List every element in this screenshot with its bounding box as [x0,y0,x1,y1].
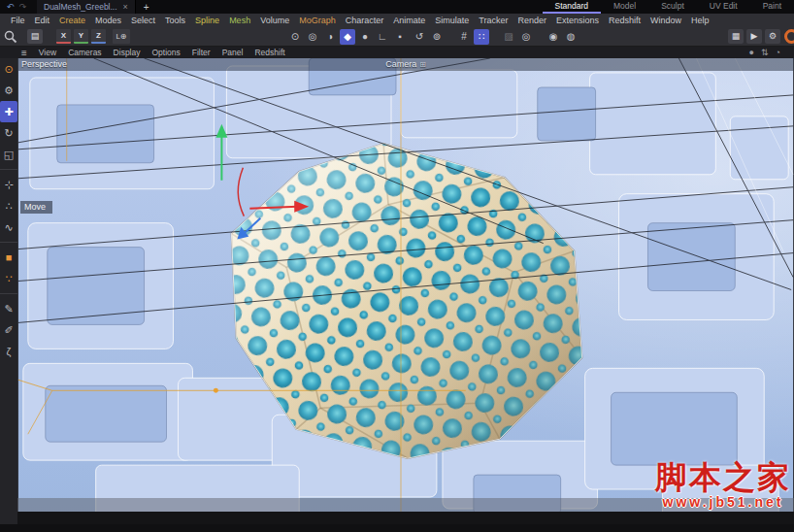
viewport-canvas[interactable]: Perspective Camera⊞ Move 脚本之家 www.jb51.n… [17,58,794,524]
axis-lock-z[interactable]: Z [91,29,106,44]
enable-axis-icon[interactable]: ● [357,29,373,45]
menu-tracker[interactable]: Tracker [474,16,513,25]
menu-character[interactable]: Character [341,16,389,25]
menu-spline[interactable]: Spline [190,16,224,25]
redo-icon[interactable]: ↷ [17,2,29,12]
scale-tool[interactable]: ◱ [0,144,17,165]
toolbar: ▤ XYZ L⊕ ⊙◎◑◆●∟▪ ↺⊚#∷▨◎◉◍ ▦▶⚙ [0,27,794,47]
rotate-tool[interactable]: ↻ [0,122,17,144]
vp-menu-cameras[interactable]: Cameras [62,48,107,57]
render-picture-viewer-icon[interactable]: ▶ [746,29,762,44]
view-label[interactable]: Perspective [21,59,67,69]
layout-tab-sculpt[interactable]: Sculpt [648,0,697,14]
capsule-b-icon[interactable]: ◍ [563,29,579,45]
viewport-menubar: ≡ ViewCamerasDisplayOptionsFilterPanelRe… [0,47,794,58]
document-tab-label: DualMesh_Greebl... [44,2,117,12]
undo-icon[interactable]: ↶ [4,2,17,12]
axis-lock-x[interactable]: X [56,29,71,44]
axis-lock-y[interactable]: Y [74,29,88,44]
axis-corner-icon[interactable]: ∟ [375,29,390,45]
vp-menu-view[interactable]: View [33,48,62,57]
solo-sphere-icon[interactable]: ● [749,48,754,57]
watermark-title: 脚本之家 [655,461,791,493]
texture-mode-icon[interactable]: ◑ [322,29,338,45]
swap-views-icon[interactable]: ⇅ [761,48,769,57]
snap-toggle-icon[interactable]: ∷ [474,29,489,45]
vp-menu-redshift[interactable]: Redshift [248,48,290,57]
knife-tool[interactable]: ✎ [0,298,17,319]
workplane-point[interactable] [214,388,218,393]
vp-menu-panel[interactable]: Panel [216,48,249,57]
workplane-icon[interactable]: ▪ [392,29,408,45]
layout-tab-paint[interactable]: Paint [750,0,794,14]
randomize-tool[interactable]: ∴ [0,195,17,216]
menu-file[interactable]: File [6,16,30,25]
model-mode-icon[interactable]: ◎ [305,29,320,45]
menu-redshift[interactable]: Redshift [604,16,645,25]
menu-simulate[interactable]: Simulate [430,16,474,25]
grid-snap-icon[interactable]: # [456,29,472,45]
workplane-snap-icon[interactable]: ▨ [501,29,516,45]
transform-tool[interactable]: ⊹ [0,174,17,195]
redshift-render-icon[interactable] [784,29,794,44]
make-editable-icon[interactable]: ⊙ [287,29,303,45]
layout-tab-standard[interactable]: Standard [543,0,602,14]
capsule-a-icon[interactable]: ◉ [546,29,561,45]
menu-window[interactable]: Window [645,16,686,25]
live-selection-tool[interactable]: ⊙ [0,58,17,80]
tool-separator [0,289,17,294]
menu-edit[interactable]: Edit [30,16,55,25]
menu-create[interactable]: Create [54,16,90,25]
vp-menu-filter[interactable]: Filter [186,48,216,57]
title-tab-row: ↶ ↷ DualMesh_Greebl... × + StandardModel… [0,0,794,14]
spline-pen-tool[interactable]: ζ [0,341,17,362]
menu-tools[interactable]: Tools [160,16,190,25]
workplane-lock-icon[interactable]: L⊕ [113,29,130,44]
dynamic-guides-icon[interactable]: ◎ [518,29,534,45]
sketch-tool[interactable]: ✐ [0,319,17,341]
tool-separator [0,238,17,243]
view-history-icon[interactable]: ◔ [776,48,780,57]
menu-modes[interactable]: Modes [90,16,126,25]
camera-label[interactable]: Camera⊞ [385,59,426,69]
document-tab[interactable]: DualMesh_Greebl... × [37,0,136,14]
camera-toggle-icon[interactable]: ⊞ [419,60,426,69]
render-icon-group: ▦▶⚙ [728,29,780,44]
rectangle-select-tool[interactable]: ■ [0,247,17,268]
menu-mesh[interactable]: Mesh [224,16,255,25]
polygon-mode-icon[interactable]: ◆ [340,29,355,45]
vp-menu-display[interactable]: Display [108,48,147,57]
frame-selected-icon[interactable]: ▤ [27,29,43,44]
menu-volume[interactable]: Volume [255,16,294,25]
cinema4d-window: ↶ ↷ DualMesh_Greebl... × + StandardModel… [0,0,794,532]
left-tool-column: ⊙⚙✚↻◱⊹∴∿■∵✎✐ζ [0,58,17,524]
add-tab-icon[interactable]: + [136,2,157,13]
viewport-bottom-bar [17,512,794,524]
menu-help[interactable]: Help [686,16,714,25]
object-axis-icon[interactable]: ⊚ [429,29,445,45]
menu-mograph[interactable]: MoGraph [294,16,341,25]
tool-separator [0,165,17,170]
hamburger-icon[interactable]: ≡ [21,48,27,58]
menu-render[interactable]: Render [513,16,551,25]
layout-tab-model[interactable]: Model [601,0,648,14]
search-icon[interactable] [4,30,17,44]
tool-hint: Move [20,201,52,214]
move-tool[interactable]: ✚ [0,101,17,122]
render-view-icon[interactable]: ▦ [728,29,744,44]
render-settings-icon[interactable]: ⚙ [765,29,780,44]
viewport-right-icons: ●⇅◔ [749,48,794,57]
layout-tabs: StandardModelSculptUV EditPaint [543,0,794,14]
mode-icon-group: ⊙◎◑◆●∟▪ [287,29,408,45]
vp-menu-options[interactable]: Options [146,48,185,57]
tweak-tool[interactable]: ⚙ [0,80,17,101]
snap-icon-group: ↺⊚#∷▨◎◉◍ [412,29,579,45]
menu-animate[interactable]: Animate [388,16,430,25]
smooth-tool[interactable]: ∿ [0,216,17,238]
menu-select[interactable]: Select [126,16,160,25]
menu-extensions[interactable]: Extensions [551,16,604,25]
close-tab-icon[interactable]: × [123,2,128,12]
cluster-tool[interactable]: ∵ [0,268,17,289]
layout-tab-uv-edit[interactable]: UV Edit [697,0,750,14]
coordinate-system-icon[interactable]: ↺ [412,29,427,45]
